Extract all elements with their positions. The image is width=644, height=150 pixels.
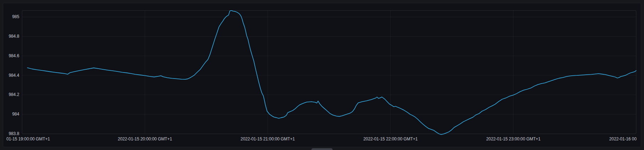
x-axis-tick-label: 01-15 19:00:00 GMT+1 <box>6 136 50 142</box>
x-axis-tick-label: 2022-01-15 21:00:00 GMT+1 <box>241 136 295 142</box>
y-axis-tick-label: 984.6 <box>2 53 19 59</box>
x-axis-tick-label: 2022-01-15 22:00:00 GMT+1 <box>363 136 418 142</box>
y-axis-tick-label: 984.4 <box>2 73 19 78</box>
y-axis-tick-label: 983.8 <box>2 131 19 136</box>
panel-resize-handle[interactable] <box>311 148 333 150</box>
x-axis-tick-label: 2022-01-16 00 <box>609 136 637 142</box>
plot-area-border[interactable] <box>22 11 636 134</box>
x-axis-tick-label: 2022-01-15 20:00:00 GMT+1 <box>118 136 172 142</box>
y-axis-tick-label: 984.8 <box>2 34 19 39</box>
y-axis-tick-label: 985 <box>2 14 19 20</box>
x-axis-tick-label: 2022-01-15 23:00:00 GMT+1 <box>486 136 540 142</box>
timeseries-plot <box>0 0 644 150</box>
y-axis-tick-label: 984.2 <box>2 92 19 97</box>
series-line <box>27 11 636 135</box>
y-axis-tick-label: 984 <box>2 112 19 117</box>
